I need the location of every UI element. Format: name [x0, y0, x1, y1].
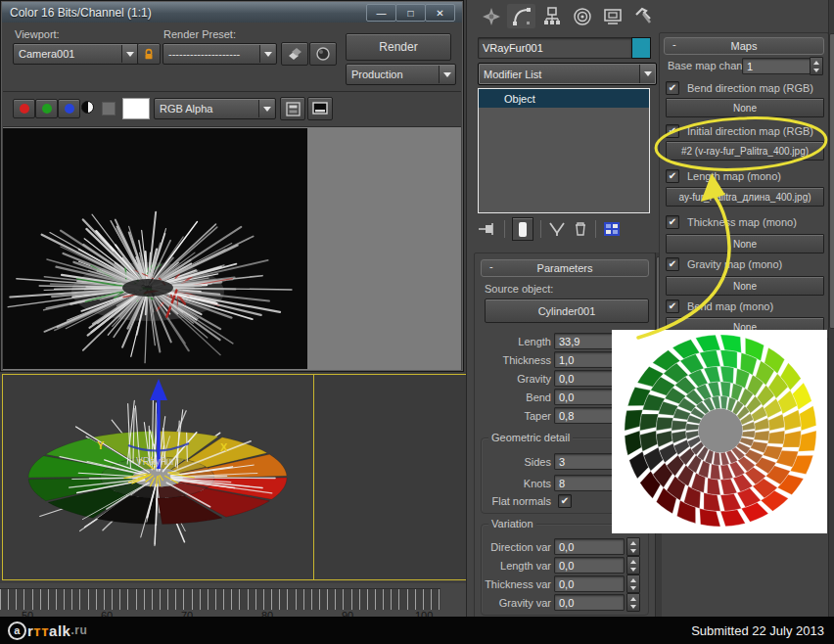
background-color-swatch[interactable] [122, 98, 150, 119]
utilities-icon [633, 7, 653, 26]
command-panel: VRayFur001 Modifier List Object [466, 0, 834, 644]
save-image-button[interactable] [280, 97, 305, 120]
pin-stack-button[interactable] [478, 222, 497, 236]
length-var-spinner[interactable] [626, 556, 640, 575]
base-map-chan-input[interactable]: 1 [742, 58, 812, 74]
monitor-icon [312, 102, 328, 115]
render-preset-select[interactable]: -------------------- [162, 43, 277, 65]
show-end-result-button[interactable] [512, 217, 533, 241]
clone-frame-icon [287, 47, 302, 61]
render-mode-select[interactable]: Production [346, 64, 456, 85]
toggle-ui-button[interactable] [307, 97, 333, 120]
gravity-map-button[interactable]: None [666, 276, 824, 296]
command-panel-scrollbar[interactable] [828, 0, 834, 644]
time-slider-track[interactable]: 5060708090100 [0, 583, 466, 617]
gravity-var-label: Gravity var [477, 597, 551, 609]
taper-label: Taper [477, 410, 551, 422]
make-unique-button[interactable] [548, 221, 566, 237]
param-row-length-var: Length var 0,0 [477, 556, 640, 575]
maps-rollout-header[interactable]: - Maps [664, 37, 824, 55]
bend-direction-map-button[interactable]: None [666, 98, 824, 117]
clone-rendered-frame-button[interactable] [281, 42, 308, 66]
modifier-stack-list[interactable]: Object [478, 88, 650, 213]
gravity-var-input[interactable]: 0,0 [554, 594, 625, 611]
render-image-area [3, 126, 461, 370]
modify-icon [512, 7, 532, 26]
thickness-var-spinner[interactable] [626, 575, 640, 593]
length-var-input[interactable]: 0,0 [554, 557, 625, 574]
site-logo: arттalk.ru [8, 621, 87, 640]
channel-display-select[interactable]: RGB Alpha [154, 98, 276, 119]
object-color-swatch[interactable] [631, 37, 651, 59]
object-name-overlay: VRayFur [136, 456, 175, 467]
thickness-map-button[interactable]: None [666, 234, 824, 253]
minimize-button[interactable]: — [366, 4, 396, 22]
lock-viewport-button[interactable] [137, 43, 161, 65]
toolbar-separator [540, 220, 541, 238]
base-map-chan-spinner[interactable] [810, 57, 823, 75]
monochrome-channel-button[interactable] [81, 101, 94, 114]
map-row-initial-direction: ✔ Initial direction map (RGB) [666, 124, 813, 138]
length-map-checkbox[interactable]: ✔ [666, 169, 679, 183]
map-row-gravity: ✔ Gravity map (mono) [666, 257, 782, 271]
base-map-chan-label: Base map chan [668, 60, 742, 71]
length-map-button[interactable]: ay-fur_Palitra_длина_400.jpg) [666, 187, 824, 207]
object-name-value: VRayFur001 [483, 42, 543, 54]
thickness-map-checkbox[interactable]: ✔ [666, 215, 679, 229]
modifier-list-select[interactable]: Modifier List [478, 63, 657, 85]
red-channel-button[interactable] [13, 99, 35, 118]
bend-map-checkbox[interactable]: ✔ [666, 299, 679, 313]
show-end-result-icon [519, 222, 527, 237]
gravity-var-spinner[interactable] [626, 593, 640, 612]
render-setup-button[interactable] [309, 42, 337, 66]
tab-hierarchy[interactable] [537, 4, 566, 28]
render-mode-value: Production [351, 69, 403, 80]
flat-normals-checkbox[interactable]: ✔ [558, 494, 572, 508]
map-row-length: ✔ Length map (mono) [666, 169, 781, 183]
configure-modifier-sets-button[interactable] [603, 221, 621, 237]
active-viewport[interactable]: YXVRayFur [2, 374, 475, 580]
parameters-rollout-header[interactable]: - Parameters [481, 259, 649, 277]
length-label: Length [477, 336, 551, 347]
source-object-button[interactable]: Cylinder001 [485, 299, 649, 323]
bend-direction-map-label: Bend direction map (RGB) [687, 82, 813, 94]
alpha-channel-button[interactable] [102, 102, 116, 115]
modifier-list-value: Modifier List [484, 69, 541, 80]
direction-var-spinner[interactable] [626, 537, 640, 556]
render-button[interactable]: Render [346, 33, 451, 61]
initial-direction-map-checkbox[interactable]: ✔ [666, 124, 679, 138]
sides-label: Sides [477, 456, 551, 468]
tab-modify[interactable] [507, 4, 535, 28]
tab-motion[interactable] [568, 4, 596, 28]
initial-direction-map-button[interactable]: #2 (v-ray-fur_Palitra_400.jpg) [666, 141, 824, 161]
display-icon [603, 7, 623, 26]
timeline-ruler[interactable] [0, 588, 440, 610]
minimize-icon: — [377, 8, 387, 19]
green-channel-button[interactable] [35, 99, 58, 118]
viewport-select[interactable]: Camera001 [13, 43, 139, 65]
thickness-map-label: Thickness map (mono) [687, 216, 797, 228]
tab-display[interactable] [598, 4, 626, 28]
thickness-var-input[interactable]: 0,0 [554, 575, 625, 592]
stack-item-object[interactable]: Object [479, 89, 649, 108]
gravity-map-label: Gravity map (mono) [687, 258, 782, 270]
object-name-input[interactable]: VRayFur001 [478, 37, 632, 59]
tab-utilities[interactable] [628, 4, 657, 28]
logo-text: alk [49, 622, 70, 639]
tab-create[interactable] [477, 4, 505, 28]
scrollbar-thumb[interactable] [829, 33, 834, 329]
command-panel-tabs [477, 4, 657, 28]
bend-direction-map-checkbox[interactable]: ✔ [666, 81, 679, 95]
render-preset-value: -------------------- [168, 48, 240, 60]
channel-display-value: RGB Alpha [160, 103, 212, 115]
viewport-split-line [313, 375, 314, 579]
remove-modifier-button[interactable] [573, 221, 588, 237]
direction-var-input[interactable]: 0,0 [554, 538, 625, 555]
blue-channel-button[interactable] [58, 99, 80, 118]
collapse-icon: - [489, 260, 493, 272]
close-button[interactable]: ✕ [425, 4, 455, 22]
maximize-button[interactable]: □ [395, 4, 426, 22]
viewport-scene: YXVRayFur [3, 375, 313, 577]
source-object-label: Source object: [485, 283, 553, 295]
gravity-map-checkbox[interactable]: ✔ [666, 257, 679, 271]
